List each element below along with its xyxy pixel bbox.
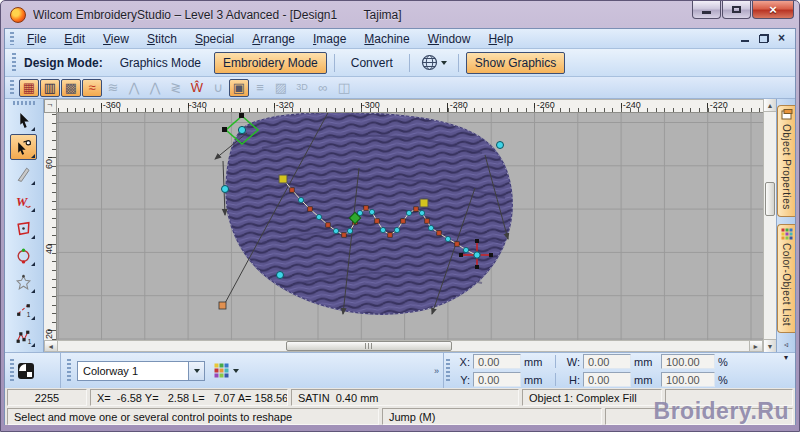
close-button[interactable]: ×: [752, 1, 794, 19]
menu-arrange[interactable]: Arrange: [243, 30, 304, 48]
reshape-node[interactable]: [445, 236, 450, 241]
glasses-icon[interactable]: ∞: [313, 79, 333, 97]
reshape-node[interactable]: [455, 242, 459, 246]
reshape-node[interactable]: [414, 207, 418, 211]
show-graphics-button[interactable]: Show Graphics: [466, 52, 565, 74]
scroll-up-icon[interactable]: ▲: [764, 99, 776, 112]
mdi-close-icon[interactable]: ×: [778, 34, 785, 43]
thread-colors-button[interactable]: [211, 361, 242, 380]
embroidery-mode-button[interactable]: Embroidery Mode: [214, 52, 327, 74]
colorway-toolbar-grip[interactable]: [10, 359, 14, 383]
reshape-node[interactable]: [298, 197, 303, 202]
scroll-down-icon[interactable]: ▼: [764, 339, 776, 352]
toolbox-grip[interactable]: [13, 101, 36, 105]
menu-special[interactable]: Special: [186, 30, 243, 48]
reshape-node[interactable]: [375, 219, 379, 223]
3d-effect-icon[interactable]: 3D: [292, 79, 312, 97]
tatami-fill-icon[interactable]: ▩: [61, 79, 81, 97]
outline-stitch-icon[interactable]: ▦: [19, 79, 39, 97]
menu-machine[interactable]: Machine: [355, 30, 418, 48]
motif-run-icon[interactable]: Ŵ: [187, 79, 207, 97]
e-stitch-icon[interactable]: ≋: [103, 79, 123, 97]
reshape-node[interactable]: [364, 206, 368, 210]
reshape-node[interactable]: [401, 219, 405, 223]
x-field[interactable]: 0.00: [473, 354, 521, 369]
circle-tool[interactable]: [10, 242, 37, 268]
menu-help[interactable]: Help: [479, 30, 522, 48]
triangle-stitch-icon[interactable]: ⋀: [124, 79, 144, 97]
panel-prev-icon[interactable]: ◃: [784, 340, 788, 349]
tab-object-properties[interactable]: Object Properties: [777, 105, 795, 217]
motif-fill-icon[interactable]: ∪: [208, 79, 228, 97]
lettering-tool[interactable]: W: [10, 188, 37, 214]
mdi-restore-icon[interactable]: [759, 34, 769, 43]
reshape-node[interactable]: [388, 233, 392, 237]
vertical-scrollbar[interactable]: ▲ ▼: [763, 99, 776, 352]
triangle-fill-icon[interactable]: ⋀: [145, 79, 165, 97]
menu-stitch[interactable]: Stitch: [138, 30, 186, 48]
y-field[interactable]: 0.00: [473, 372, 521, 387]
thread-colors-dropdown-arrow[interactable]: [233, 369, 239, 373]
reshape-tool[interactable]: [10, 134, 37, 160]
reshape-node[interactable]: [316, 214, 321, 219]
reshape-node[interactable]: [326, 223, 330, 227]
colorway-dropdown-button[interactable]: [188, 362, 204, 380]
reshape-node[interactable]: [406, 210, 411, 215]
hoop-globe-button[interactable]: [417, 52, 451, 73]
contour-fill-icon[interactable]: ≡: [250, 79, 270, 97]
reshape-node[interactable]: [428, 225, 433, 230]
ruler-origin-box[interactable]: [44, 99, 57, 113]
gradient-fill-icon[interactable]: ▨: [271, 79, 291, 97]
graphics-mode-button[interactable]: Graphics Mode: [111, 52, 210, 74]
angle-handle-node[interactable]: [219, 302, 226, 309]
fancy-fill-icon[interactable]: ▣: [229, 79, 249, 97]
menubar-grip[interactable]: [10, 32, 14, 45]
hscroll-track[interactable]: [58, 341, 749, 351]
colorway-grip[interactable]: [67, 359, 71, 383]
colorway-editor-icon[interactable]: [17, 362, 35, 380]
scale-w-field[interactable]: 100.00: [661, 354, 715, 369]
menu-file[interactable]: File: [18, 30, 55, 48]
trapunto-icon[interactable]: ◫: [334, 79, 354, 97]
zigzag-stitch-icon[interactable]: ≈: [82, 79, 102, 97]
minimize-button[interactable]: [692, 1, 721, 19]
iconbar-grip[interactable]: [10, 80, 14, 95]
complex-fill-tool[interactable]: [10, 215, 37, 241]
reshape-node[interactable]: [347, 228, 352, 233]
menu-window[interactable]: Window: [419, 30, 480, 48]
maximize-button[interactable]: [722, 1, 751, 19]
reshape-node[interactable]: [437, 231, 441, 235]
reshape-node[interactable]: [333, 228, 338, 233]
design-canvas[interactable]: [57, 113, 763, 340]
reshape-node[interactable]: [342, 233, 346, 237]
select-tool[interactable]: [10, 107, 37, 133]
xy-toolbar-grip[interactable]: [446, 359, 450, 383]
reshape-node[interactable]: [419, 210, 424, 215]
mdi-minimize-icon[interactable]: [741, 34, 750, 43]
globe-dropdown-arrow[interactable]: [441, 61, 447, 65]
vscroll-thumb[interactable]: [765, 182, 775, 216]
convert-button[interactable]: Convert: [342, 52, 402, 74]
menu-edit[interactable]: Edit: [55, 30, 94, 48]
hscroll-thumb[interactable]: [286, 341, 452, 351]
scroll-left-icon[interactable]: ◄: [45, 341, 58, 351]
reshape-node[interactable]: [290, 188, 294, 192]
reshape-node[interactable]: [380, 227, 385, 232]
horizontal-scrollbar[interactable]: ◄ ►: [44, 340, 763, 352]
toolbar-overflow-chevron[interactable]: »: [434, 366, 443, 376]
reshape-node[interactable]: [394, 227, 399, 232]
reshape-node[interactable]: [463, 247, 468, 252]
menu-image[interactable]: Image: [304, 30, 355, 48]
satin-stitch-icon[interactable]: ▥: [40, 79, 60, 97]
triple-run-tool[interactable]: 1: [10, 323, 37, 349]
vscroll-track[interactable]: [764, 112, 776, 339]
modebar-grip[interactable]: [12, 53, 16, 72]
reshape-node[interactable]: [369, 209, 374, 214]
h-field[interactable]: 0.00: [583, 372, 631, 387]
reshape-node[interactable]: [425, 219, 429, 223]
colorway-select[interactable]: Colorway 1: [77, 361, 205, 381]
scale-h-field[interactable]: 100.00: [661, 372, 715, 387]
menu-view[interactable]: View: [94, 30, 138, 48]
tab-color-object-list[interactable]: Color-Object List: [777, 224, 795, 333]
zigzag-fill-icon[interactable]: ≷: [166, 79, 186, 97]
